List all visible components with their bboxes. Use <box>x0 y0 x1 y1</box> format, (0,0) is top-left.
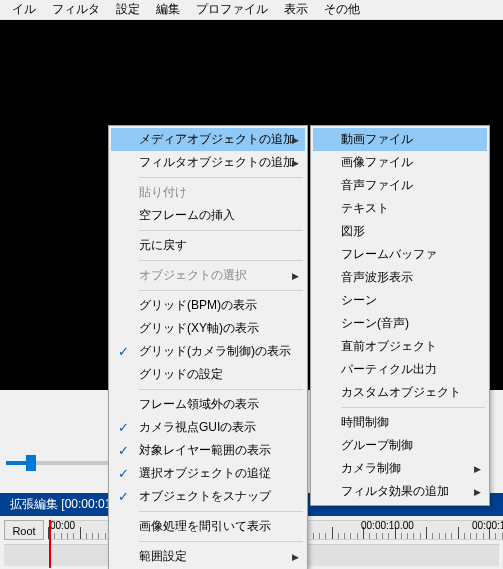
submenu-custom-object[interactable]: カスタムオブジェクト <box>313 381 487 404</box>
chevron-right-icon: ▶ <box>474 487 481 497</box>
menu-item-label: 空フレームの挿入 <box>139 207 235 224</box>
menu-grid-settings[interactable]: グリッドの設定 <box>111 363 305 386</box>
check-icon: ✓ <box>118 466 129 481</box>
submenu-text[interactable]: テキスト <box>313 197 487 220</box>
submenu-frame-buffer[interactable]: フレームバッファ <box>313 243 487 266</box>
separator <box>139 177 303 178</box>
menu-item-label: フィルタ効果の追加 <box>341 483 449 500</box>
seek-slider[interactable] <box>0 450 120 475</box>
menu-item-label: フレーム領域外の表示 <box>139 396 259 413</box>
menu-show-outside-frame[interactable]: フレーム領域外の表示 <box>111 393 305 416</box>
menu-undo[interactable]: 元に戻す <box>111 234 305 257</box>
chevron-right-icon: ▶ <box>292 552 299 562</box>
separator <box>139 290 303 291</box>
submenu-camera-control[interactable]: カメラ制御▶ <box>313 457 487 480</box>
menu-add-media-object[interactable]: メディアオブジェクトの追加▶ <box>111 128 305 151</box>
root-button[interactable]: Root <box>4 520 44 540</box>
separator <box>139 541 303 542</box>
context-menu: メディアオブジェクトの追加▶フィルタオブジェクトの追加▶貼り付け空フレームの挿入… <box>108 125 308 569</box>
menu-paste: 貼り付け <box>111 181 305 204</box>
submenu-scene[interactable]: シーン <box>313 289 487 312</box>
menu-item-label: カスタムオブジェクト <box>341 384 461 401</box>
menu-grid-xy[interactable]: グリッド(XY軸)の表示 <box>111 317 305 340</box>
submenu-audio-waveform[interactable]: 音声波形表示 <box>313 266 487 289</box>
menu-item-label: 音声ファイル <box>341 177 413 194</box>
menu-select-object: オブジェクトの選択▶ <box>111 264 305 287</box>
menu-item-label: 時間制御 <box>341 414 389 431</box>
submenu-previous-object[interactable]: 直前オブジェクト <box>313 335 487 358</box>
playhead[interactable] <box>49 520 51 568</box>
menu-item-label: グリッドの設定 <box>139 366 223 383</box>
menu-item-label: グリッド(BPM)の表示 <box>139 297 257 314</box>
menu-item-label: 直前オブジェクト <box>341 338 437 355</box>
menu-item-label: 画像ファイル <box>341 154 413 171</box>
menu-insert-empty-frame[interactable]: 空フレームの挿入 <box>111 204 305 227</box>
menu-item-label: パーティクル出力 <box>341 361 437 378</box>
menu-target-layer-range[interactable]: ✓対象レイヤー範囲の表示 <box>111 439 305 462</box>
menubar-item[interactable]: プロファイル <box>188 0 276 20</box>
ruler-label: 00:00:13. <box>472 520 503 531</box>
check-icon: ✓ <box>118 489 129 504</box>
menu-grid-bpm[interactable]: グリッド(BPM)の表示 <box>111 294 305 317</box>
menubar-item[interactable]: フィルタ <box>44 0 108 20</box>
menu-item-label: オブジェクトをスナップ <box>139 488 271 505</box>
menu-item-label: テキスト <box>341 200 389 217</box>
submenu-particle[interactable]: パーティクル出力 <box>313 358 487 381</box>
submenu-image-file[interactable]: 画像ファイル <box>313 151 487 174</box>
slider-track <box>6 461 116 465</box>
menu-item-label: グリッド(XY軸)の表示 <box>139 320 259 337</box>
separator <box>139 511 303 512</box>
menu-camera-gui[interactable]: ✓カメラ視点GUIの表示 <box>111 416 305 439</box>
check-icon: ✓ <box>118 344 129 359</box>
submenu-video-file[interactable]: 動画ファイル <box>313 128 487 151</box>
menu-item-label: 貼り付け <box>139 184 187 201</box>
submenu-scene-audio[interactable]: シーン(音声) <box>313 312 487 335</box>
menu-item-label: フィルタオブジェクトの追加 <box>139 154 295 171</box>
submenu-add-filter-effect[interactable]: フィルタ効果の追加▶ <box>313 480 487 503</box>
menu-item-label: 範囲設定 <box>139 548 187 565</box>
menubar-item[interactable]: 表示 <box>276 0 316 20</box>
submenu-audio-file[interactable]: 音声ファイル <box>313 174 487 197</box>
menu-snap-object[interactable]: ✓オブジェクトをスナップ <box>111 485 305 508</box>
submenu-time-control[interactable]: 時間制御 <box>313 411 487 434</box>
menu-item-label: 対象レイヤー範囲の表示 <box>139 442 271 459</box>
menu-item-label: 元に戻す <box>139 237 187 254</box>
menu-item-label: メディアオブジェクトの追加 <box>139 131 295 148</box>
separator <box>139 230 303 231</box>
menu-item-label: グリッド(カメラ制御)の表示 <box>139 343 291 360</box>
chevron-right-icon: ▶ <box>292 135 299 145</box>
menu-item-label: カメラ視点GUIの表示 <box>139 419 256 436</box>
submenu-shape[interactable]: 図形 <box>313 220 487 243</box>
timeline-title-label: 拡張編集 [00:00:01 <box>10 496 111 513</box>
chevron-right-icon: ▶ <box>292 158 299 168</box>
menu-follow-selection[interactable]: ✓選択オブジェクトの追従 <box>111 462 305 485</box>
menu-add-filter-object[interactable]: フィルタオブジェクトの追加▶ <box>111 151 305 174</box>
separator <box>139 389 303 390</box>
menu-item-label: 動画ファイル <box>341 131 413 148</box>
menu-item-label: カメラ制御 <box>341 460 401 477</box>
menubar-item[interactable]: 編集 <box>148 0 188 20</box>
ruler-label: 00:00:10.00 <box>361 520 414 531</box>
slider-thumb[interactable] <box>26 455 36 471</box>
check-icon: ✓ <box>118 420 129 435</box>
menu-item-label: シーン <box>341 292 377 309</box>
menu-range-settings[interactable]: 範囲設定▶ <box>111 545 305 568</box>
menubar-item[interactable]: その他 <box>316 0 368 20</box>
menu-thin-image-proc[interactable]: 画像処理を間引いて表示 <box>111 515 305 538</box>
chevron-right-icon: ▶ <box>474 464 481 474</box>
submenu-group-control[interactable]: グループ制御 <box>313 434 487 457</box>
menu-item-label: グループ制御 <box>341 437 413 454</box>
context-submenu: 動画ファイル画像ファイル音声ファイルテキスト図形フレームバッファ音声波形表示シー… <box>310 125 490 506</box>
menu-item-label: シーン(音声) <box>341 315 409 332</box>
menu-item-label: フレームバッファ <box>341 246 437 263</box>
menubar: イルフィルタ設定編集プロファイル表示その他 <box>0 0 503 20</box>
menu-item-label: オブジェクトの選択 <box>139 267 247 284</box>
menu-item-label: 音声波形表示 <box>341 269 413 286</box>
menubar-item[interactable]: 設定 <box>108 0 148 20</box>
chevron-right-icon: ▶ <box>292 271 299 281</box>
menubar-item[interactable]: イル <box>4 0 44 20</box>
separator <box>341 407 485 408</box>
menu-item-label: 図形 <box>341 223 365 240</box>
check-icon: ✓ <box>118 443 129 458</box>
menu-grid-camera[interactable]: ✓グリッド(カメラ制御)の表示 <box>111 340 305 363</box>
